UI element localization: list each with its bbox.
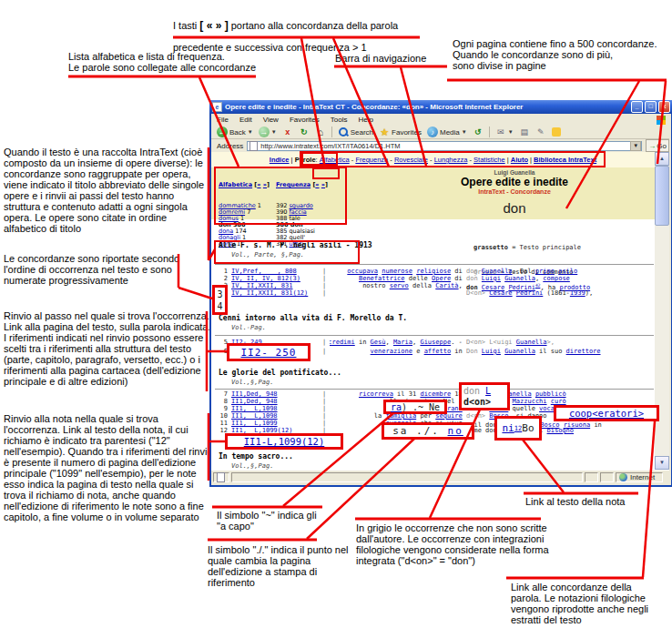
- row-number: 9: [217, 405, 228, 412]
- word-link[interactable]: ra: [391, 402, 402, 412]
- word-link[interactable]: Luigi: [482, 348, 501, 355]
- passage-ref-link[interactable]: II1, L,1098: [231, 412, 319, 420]
- scroll-down-icon[interactable]: ▼: [655, 456, 669, 470]
- magnified-number-3: 3: [217, 289, 222, 300]
- toolbar-messenger-button[interactable]: [550, 127, 563, 138]
- passage-ref-link[interactable]: II1, L,1098: [231, 405, 319, 412]
- toolbar-forward-button[interactable]: →▼: [257, 127, 279, 138]
- toolbar-favorites-button[interactable]: ★Favorites: [377, 127, 423, 138]
- word-link[interactable]: numerose: [382, 268, 412, 275]
- word-link[interactable]: 1939: [570, 289, 585, 297]
- minimize-button[interactable]: _: [631, 101, 643, 113]
- word-link[interactable]: curò: [551, 398, 566, 405]
- toolbar-stop-button[interactable]: x: [280, 127, 295, 138]
- word-link[interactable]: Opere: [432, 275, 451, 282]
- word-link[interactable]: primo: [535, 268, 555, 275]
- word-link[interactable]: credimi: [330, 339, 355, 346]
- passage-ref-link[interactable]: II1,Ded, 948: [231, 398, 319, 405]
- menu-view[interactable]: View: [258, 116, 284, 124]
- word-link[interactable]: occupava: [347, 268, 378, 275]
- address-bar: Address http://www.intratext.com/IXT/ITA…: [211, 139, 669, 152]
- word-link[interactable]: religiose: [416, 268, 451, 275]
- toolbar-refresh-button[interactable]: ↻: [297, 127, 311, 138]
- concordance-row: 2IV, II, IV, 812(3)|Benefattrice delle O…: [217, 275, 654, 282]
- row-number: 7: [217, 390, 228, 398]
- word-link[interactable]: Guanella: [516, 339, 547, 346]
- word-link[interactable]: compose: [543, 275, 570, 282]
- word-link[interactable]: Benefattrice: [359, 275, 405, 282]
- scroll-up-icon[interactable]: ▲: [655, 152, 669, 166]
- dropdown-icon[interactable]: ▼: [508, 129, 514, 135]
- annotation-tilde: Il simbolo "~" indica gli "a capo": [217, 510, 353, 532]
- passage-ref-link[interactable]: IV, II, IV, 812(3): [231, 275, 319, 282]
- dropdown-icon[interactable]: ▼: [248, 129, 253, 135]
- word-link[interactable]: II2- 250: [241, 347, 297, 359]
- word-link[interactable]: 12: [514, 424, 523, 432]
- word-link[interactable]: L: [485, 386, 491, 396]
- url-input[interactable]: http://www.intratext.com/IXT/ITA0614/D1.…: [247, 141, 642, 151]
- word-link[interactable]: Cesare: [489, 289, 512, 297]
- word-link[interactable]: Guanella: [504, 348, 535, 355]
- menu-help[interactable]: Help: [352, 116, 378, 124]
- menu-tools[interactable]: Tools: [325, 116, 353, 124]
- passage-ref-link[interactable]: IV, II,XXII, 831(12): [231, 289, 319, 297]
- annotation-keys-line1: I tasti [ « » ] portano alla concordanza…: [173, 20, 437, 31]
- word-link[interactable]: affetto: [424, 348, 452, 355]
- menu-favorites[interactable]: Favorites: [284, 116, 325, 124]
- title-bar[interactable]: e Opere edite e inedite - IntraText CT -…: [209, 100, 672, 114]
- go-arrow-icon: →: [648, 142, 656, 150]
- menu-edit[interactable]: Edit: [234, 116, 258, 124]
- current-word: don: [401, 200, 628, 216]
- word-link[interactable]: direttore: [566, 348, 601, 355]
- word-link[interactable]: II1-L,1099(12): [244, 436, 325, 447]
- word-link[interactable]: bisogno: [547, 427, 575, 434]
- word-link[interactable]: ni: [502, 422, 514, 434]
- word-link[interactable]: dicembre: [420, 390, 451, 398]
- word-link[interactable]: coop<eratori>: [569, 408, 644, 419]
- word-link[interactable]: asilo: [558, 268, 577, 275]
- word-link[interactable]: pubblicò: [535, 390, 566, 398]
- word-link[interactable]: Giuseppe: [420, 339, 451, 346]
- toolbar-history-button[interactable]: ↺: [471, 127, 485, 138]
- intratext-concordanze-label: IntraText - Concordanze: [401, 188, 628, 195]
- maximize-button[interactable]: □: [645, 101, 657, 113]
- menu-file[interactable]: File: [211, 116, 234, 124]
- annotation-note-link: Link al testo della nota: [525, 496, 625, 507]
- word-link[interactable]: Mazzucchi: [513, 398, 547, 405]
- work-section-title: In tempo sacro...: [219, 452, 293, 461]
- dropdown-icon[interactable]: ▼: [462, 129, 467, 135]
- go-button[interactable]: → Go: [646, 139, 669, 152]
- passage-ref-link[interactable]: II1,Ded, 948: [231, 390, 319, 398]
- author-name: Luigi Guanella: [401, 169, 628, 176]
- home-icon: ⌂: [315, 127, 326, 137]
- toolbar-back-button[interactable]: ←Back▼: [215, 127, 255, 138]
- toolbar-print-button[interactable]: ▤: [517, 127, 532, 138]
- print-icon: ▤: [519, 127, 530, 137]
- word-link[interactable]: Guanella: [504, 275, 535, 282]
- word-link[interactable]: no: [448, 425, 463, 437]
- word-link[interactable]: Guanella: [482, 268, 513, 275]
- toolbar-media-button[interactable]: ♪Media▼: [425, 127, 469, 138]
- close-button[interactable]: x: [658, 101, 670, 113]
- toolbar-home-button[interactable]: ⌂: [313, 127, 328, 138]
- word-link[interactable]: Indice: [270, 156, 290, 164]
- status-bar: Internet: [211, 470, 669, 484]
- word-link[interactable]: Gesù: [371, 339, 386, 346]
- dropdown-icon[interactable]: ▼: [271, 129, 277, 135]
- word-link[interactable]: venerazione: [371, 348, 412, 355]
- url-dropdown-icon[interactable]: ▼: [630, 141, 641, 151]
- url-text: http://www.intratext.com/IXT/ITA0614/D1.…: [260, 142, 400, 150]
- word-link[interactable]: Maria: [393, 339, 412, 346]
- word-link[interactable]: Pedrini: [516, 289, 544, 297]
- section-divider: [215, 264, 654, 265]
- toolbar-search-button[interactable]: Search: [336, 127, 375, 138]
- messenger-icon: [552, 127, 561, 137]
- word-link[interactable]: Luigi: [482, 275, 501, 282]
- scrollbar-thumb[interactable]: [655, 166, 669, 226]
- passage-ref-link[interactable]: IV,Pref, , 808: [231, 268, 319, 275]
- magnifier-don-grey: don L d<on>: [459, 382, 510, 410]
- annotation-pagebreak: Il simbolo "./." indica il punto nel qua…: [208, 544, 351, 588]
- toolbar-edit-button[interactable]: ✎: [534, 127, 548, 138]
- word-link[interactable]: ricorreva: [359, 390, 393, 398]
- toolbar-mail-button[interactable]: ✉▼: [494, 127, 515, 138]
